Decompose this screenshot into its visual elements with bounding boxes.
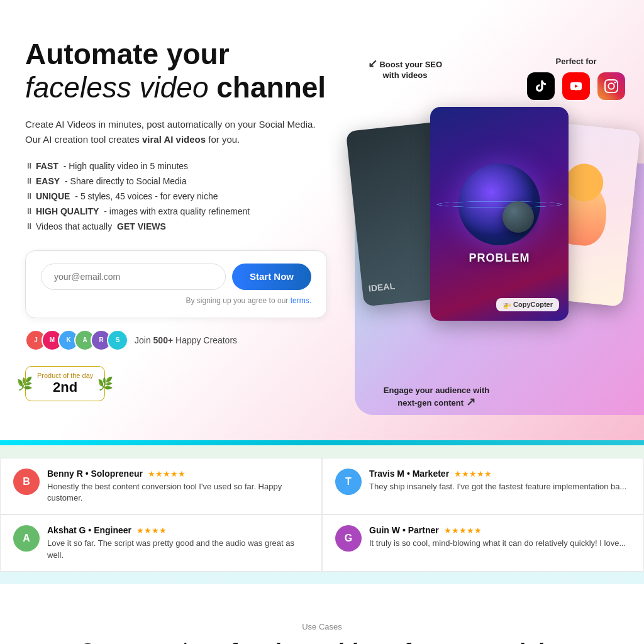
gradient-bar [0,440,644,445]
use-cases-title: Create unique faceless videos for every … [25,639,619,644]
bar-icon: ⏸ [25,206,33,216]
feature-views: ⏸ Videos that actually GET VIEWS [25,221,327,231]
signup-box: Start Now By signing up you agree to our… [25,250,327,318]
review-content: Benny R • Solopreneur ★★★★★ Honestly the… [47,469,309,504]
hero-title-italic: faceless video [25,71,209,104]
platform-icons [527,72,625,100]
feature-easy: ⏸ EASY - Share directly to Social Media [25,176,327,186]
review-avatar: B [13,469,40,495]
reviewer-name: Benny R • Solopreneur [47,469,143,479]
hero-title-bold: channel [216,71,326,104]
social-proof-text: Join 500+ Happy Creators [135,335,237,345]
reviews-section: B Benny R • Solopreneur ★★★★★ Honestly t… [0,445,644,584]
review-text: They ship insanely fast. I've got the fa… [369,481,626,492]
review-text: It truly is so cool, mind-blowing what i… [369,538,626,549]
start-now-button[interactable]: Start Now [232,264,311,290]
review-content: Guin W • Partner ★★★★★ It truly is so co… [369,525,626,560]
hero-section: Perfect for Automate your faceless [0,0,644,440]
youtube-icon [562,72,590,100]
instagram-icon [597,72,625,100]
card-left-label: IDEAL [368,280,395,293]
badge-rank: 2nd [53,379,77,396]
review-stars: ★★★★★ [454,469,492,479]
review-card: B Benny R • Solopreneur ★★★★★ Honestly t… [0,458,322,514]
hero-visual: ↙ Boost your SEO with videos IDEAL [342,50,644,415]
badge-label: Product of the day [37,372,93,379]
bar-icon: ⏸ [25,221,33,231]
hero-content: Automate your faceless video channel Cre… [0,25,352,414]
review-content: Travis M • Marketer ★★★★★ They ship insa… [369,469,626,504]
use-cases-title-unique: unique [156,639,224,644]
boost-annotation: ↙ Boost your SEO with videos [367,57,443,80]
use-cases-label: Use Cases [25,622,619,631]
review-avatar: G [335,525,362,552]
reviews-grid: B Benny R • Solopreneur ★★★★★ Honestly t… [0,458,644,572]
terms-link[interactable]: terms. [291,296,311,305]
avatar: S [107,330,128,351]
card-container: IDEAL PROBLEM 🚁 CopyCopter [355,88,631,390]
email-input[interactable] [41,264,226,290]
review-card: G Guin W • Partner ★★★★★ It truly is so … [322,514,644,571]
hero-title: Automate your faceless video channel [25,38,327,104]
card-main-label: PROBLEM [469,252,530,265]
reviewer-name: Guin W • Partner [369,525,439,535]
planet-small [502,201,534,233]
review-text: Love it so far. The script was pretty go… [47,538,309,560]
video-card-main: PROBLEM 🚁 CopyCopter [430,107,569,321]
bar-icon: ⏸ [25,191,33,201]
perfect-for-panel: Perfect for [527,57,625,100]
bar-icon: ⏸ [25,161,33,170]
planet-visual [458,164,540,245]
review-stars: ★★★★ [136,526,167,535]
review-text: Honestly the best content conversion too… [47,481,309,504]
bar-icon: ⏸ [25,176,33,186]
feature-quality: ⏸ HIGH QUALITY - images with extra quali… [25,206,327,216]
terms-text: By signing up you agree to our terms. [41,296,311,305]
review-header: Akshat G • Engineer ★★★★ [47,525,309,535]
hero-title-line1: Automate your [25,38,230,70]
review-content: Akshat G • Engineer ★★★★ Love it so far.… [47,525,309,560]
use-cases-section: Use Cases Create unique faceless videos … [0,584,644,644]
review-stars: ★★★★★ [444,526,482,535]
review-avatar: A [13,525,40,552]
review-header: Benny R • Solopreneur ★★★★★ [47,469,309,479]
review-header: Travis M • Marketer ★★★★★ [369,469,626,479]
signup-row: Start Now [41,264,311,290]
social-proof: J M K A R S Join 500+ Happy Creators [25,330,327,351]
review-card: T Travis M • Marketer ★★★★★ They ship in… [322,458,644,514]
use-cases-title-end: faceless videos for every niche [230,639,565,644]
review-stars: ★★★★★ [148,469,186,479]
hero-highlight: viral AI videos [142,134,206,145]
copter-badge: 🚁 CopyCopter [496,298,559,311]
hero-description: Create AI Videos in minutes, post automa… [25,117,327,147]
feature-unique: ⏸ UNIQUE - 5 styles, 45 voices - for eve… [25,191,327,201]
review-header: Guin W • Partner ★★★★★ [369,525,626,535]
laurel-left-icon: 🌿 [17,376,33,391]
review-card: A Akshat G • Engineer ★★★★ Love it so fa… [0,514,322,571]
planet-ring [436,201,562,207]
feature-fast: ⏸ FAST - High quality video in 5 minutes [25,161,327,171]
reviewer-name: Akshat G • Engineer [47,525,131,535]
perfect-for-label: Perfect for [527,57,625,66]
avatars-group: J M K A R S [25,330,128,351]
engage-annotation: Engage your audience with next-gen conte… [380,386,493,409]
arrow-up-icon: ↗ [466,395,475,409]
features-list: ⏸ FAST - High quality video in 5 minutes… [25,161,327,231]
use-cases-title-create: Create [79,639,150,644]
tiktok-icon [527,72,555,100]
review-avatar: T [335,469,362,495]
laurel-right-icon: 🌿 [97,376,113,391]
reviewer-name: Travis M • Marketer [369,469,449,479]
arrow-icon: ↙ [368,57,377,70]
product-of-day-badge: 🌿 Product of the day 2nd 🌿 [25,366,105,401]
